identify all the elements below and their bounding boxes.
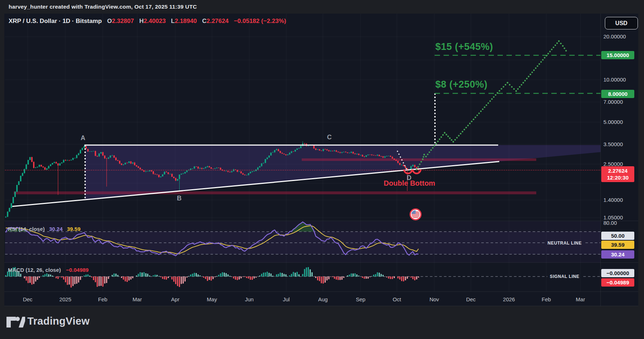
rsi-legend[interactable]: RSI (14, close) 30.24 39.59	[8, 226, 80, 232]
symbol-legend[interactable]: XRP / U.S. Dollar · 1D · Bitstamp O2.328…	[9, 18, 286, 25]
time-axis-label: 2026	[503, 296, 515, 302]
last-price-badge: 2.27624 12:20:30	[601, 166, 634, 182]
time-axis-label: Sep	[356, 296, 366, 302]
target-label-15: $15 (+545%)	[435, 41, 493, 52]
macd-title[interactable]: MACD (12, 26, close)	[8, 267, 61, 273]
low-label: L	[171, 18, 175, 24]
rsi-value: 30.24	[49, 226, 63, 232]
time-axis-label: Mar	[133, 296, 142, 302]
rsi-ma-badge: 39.59	[601, 241, 634, 249]
price-axis-label: 10.00000	[603, 76, 626, 83]
high-value: 2.40023	[144, 18, 166, 24]
low-value: 2.18940	[175, 18, 196, 24]
attribution-text: harvey_hunter created with TradingView.c…	[9, 4, 197, 10]
macd-signal-badge: −0.00000	[601, 269, 634, 277]
tradingview-logo-icon[interactable]	[6, 316, 25, 328]
time-axis-label: Jun	[245, 296, 254, 302]
rsi-axis-80: 80.00	[603, 220, 617, 226]
neutral-line-label: NEUTRAL LINE	[548, 241, 582, 246]
time-axis-label: Jul	[283, 296, 289, 302]
tradingview-wordmark[interactable]: TradingView	[27, 315, 90, 327]
pattern-point-a: A	[81, 134, 85, 142]
open-value: 2.32807	[112, 18, 134, 24]
pattern-point-c: C	[327, 134, 332, 141]
open-label: O	[107, 18, 112, 24]
time-axis-label: Nov	[430, 296, 439, 302]
price-axis-label: 3.50000	[603, 141, 623, 148]
time-axis-label: Apr	[171, 296, 179, 302]
time-axis-label: Mar	[576, 296, 585, 302]
rsi-value-badge: 30.24	[601, 250, 634, 259]
price-axis-label: 20.00000	[603, 33, 626, 40]
price-axis-label: 5.00000	[603, 119, 623, 125]
double-bottom-label: Double Bottom	[384, 179, 435, 187]
close-value: 2.27624	[207, 18, 228, 24]
symbol-title[interactable]: XRP / U.S. Dollar · 1D · Bitstamp	[9, 18, 102, 24]
rsi-title[interactable]: RSI (14, close)	[8, 226, 45, 232]
macd-legend[interactable]: MACD (12, 26, close) −0.04989	[8, 267, 89, 273]
rsi-ma-value: 39.59	[67, 226, 80, 232]
main-chart[interactable]	[4, 14, 638, 306]
currency-toggle-button[interactable]: USD	[605, 17, 638, 29]
countdown-timer: 12:20:30	[607, 174, 629, 181]
price-axis-label: 1.40000	[603, 197, 623, 203]
high-label: H	[139, 18, 144, 24]
macd-hist-badge: −0.04989	[601, 278, 634, 287]
time-axis-label: Dec	[23, 296, 33, 302]
time-axis-label: Feb	[542, 296, 551, 302]
time-axis-label: Oct	[393, 296, 401, 302]
time-axis-label: 2025	[59, 296, 71, 302]
pattern-point-b: B	[177, 195, 182, 202]
time-axis-label: Dec	[466, 296, 476, 302]
target-label-8: $8 (+250%)	[435, 79, 487, 90]
rsi-mid-badge: 50.00	[601, 232, 634, 240]
close-label: C	[202, 18, 207, 24]
price-axis-label: 7.00000	[603, 99, 623, 105]
target-price-badge-15: 15.00000	[601, 51, 634, 59]
macd-value: −0.04989	[66, 267, 89, 273]
time-axis-label: May	[207, 296, 217, 302]
target-price-badge-8: 8.00000	[601, 90, 634, 98]
tradingview-screenshot: harvey_hunter created with TradingView.c…	[0, 0, 644, 339]
signal-line-label: SIGNAL LINE	[550, 274, 579, 279]
change-value: −0.05182 (−2.23%)	[234, 18, 286, 24]
last-price-value: 2.27624	[608, 167, 627, 174]
time-axis-label: Aug	[318, 296, 328, 302]
time-axis-label: Feb	[98, 296, 107, 302]
